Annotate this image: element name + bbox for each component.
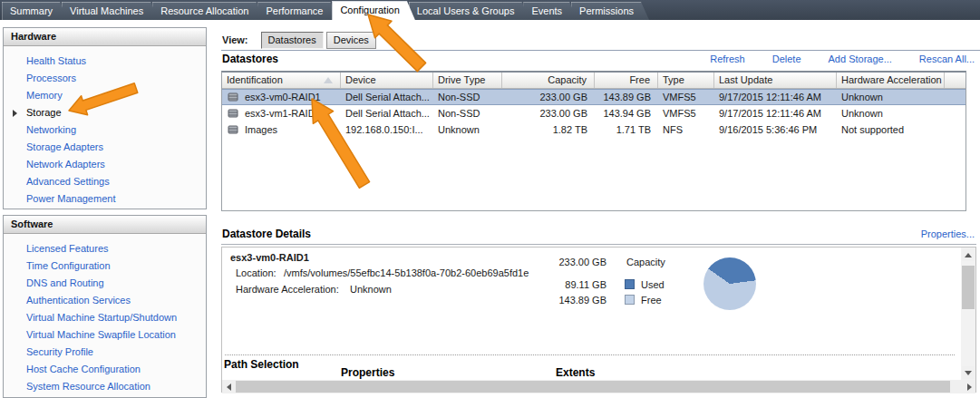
hardware-panel-title: Hardware (4, 28, 206, 46)
sidebar-item-memory[interactable]: Memory (26, 87, 206, 104)
path-selection-heading: Path Selection (224, 358, 299, 371)
used-label: Used (641, 279, 665, 290)
selected-marker-icon (13, 110, 17, 117)
view-toggle-bar: View: Datastores Devices (222, 30, 379, 50)
horizontal-scroll-thumb[interactable] (236, 381, 950, 393)
cell-device: Dell Serial Attach... (341, 92, 433, 102)
sidebar-item-authentication-services[interactable]: Authentication Services (26, 292, 206, 309)
sidebar-item-advanced-settings[interactable]: Advanced Settings (26, 173, 206, 190)
sidebar-item-health-status[interactable]: Health Status (26, 53, 206, 70)
tab-configuration[interactable]: Configuration (332, 1, 414, 20)
sidebar-item-storage[interactable]: Storage (26, 104, 206, 121)
cell-identification: Images (222, 124, 341, 135)
sidebar-item-security-profile[interactable]: Security Profile (26, 344, 206, 361)
vertical-scroll-thumb[interactable] (962, 266, 975, 309)
table-row-images[interactable]: Images 192.168.0.150:I... Unknown 1.82 T… (222, 121, 965, 138)
extents-heading: Extents (556, 366, 595, 379)
column-header-type[interactable]: Type (658, 73, 714, 88)
sidebar-item-licensed-features[interactable]: Licensed Features (26, 240, 206, 257)
column-header-device[interactable]: Device (341, 73, 433, 88)
capacity-pie-chart (703, 257, 756, 310)
sidebar-item-time-configuration[interactable]: Time Configuration (26, 257, 206, 275)
divider (221, 50, 980, 51)
cell-last-update: 9/17/2015 12:11:46 AM (714, 92, 837, 102)
cell-identification: esx3-vm0-RAID1 (222, 92, 341, 102)
divider (221, 244, 976, 246)
column-header-free[interactable]: Free (595, 73, 658, 88)
scroll-down-button[interactable] (962, 366, 975, 379)
tab-events[interactable]: Events (523, 2, 577, 20)
delete-link[interactable]: Delete (772, 53, 801, 64)
free-legend-swatch (625, 295, 635, 305)
tab-resource-allocation[interactable]: Resource Allocation (152, 2, 264, 20)
hardware-acceleration-value: Unknown (350, 284, 392, 295)
properties-link[interactable]: Properties... (921, 228, 975, 239)
column-header-identification-label: Identification (227, 74, 283, 85)
sidebar-item-storage-label: Storage (26, 107, 62, 118)
view-button-devices[interactable]: Devices (326, 32, 376, 49)
view-button-datastores[interactable]: Datastores (261, 32, 324, 49)
sidebar-item-dns-and-routing[interactable]: DNS and Routing (26, 275, 206, 292)
left-arrow-icon (227, 383, 231, 391)
cell-hardware-acceleration: Not supported (837, 124, 945, 135)
scroll-left-button[interactable] (222, 381, 235, 393)
cell-last-update: 9/17/2015 12:11:46 AM (714, 108, 837, 119)
scroll-up-button[interactable] (962, 248, 975, 261)
datastore-icon (228, 124, 238, 135)
datastore-details-title: Datastore Details (222, 228, 311, 240)
datastores-section-title: Datastores (222, 53, 278, 65)
column-header-hardware-acceleration[interactable]: Hardware Acceleration (837, 73, 945, 88)
scroll-right-button[interactable] (963, 381, 975, 393)
sidebar-item-host-cache-configuration[interactable]: Host Cache Configuration (26, 361, 206, 378)
up-arrow-icon (965, 253, 972, 257)
tab-summary[interactable]: Summary (2, 2, 68, 20)
datastore-details-panel: esx3-vm0-RAID1 Location: /vmfs/volumes/5… (221, 247, 976, 393)
cell-identification: esx3-vm1-RAID1 (222, 108, 341, 119)
table-header-row: Identification Device Drive Type Capacit… (222, 73, 965, 89)
cell-free: 143.89 GB (595, 92, 658, 102)
vertical-scrollbar[interactable] (961, 248, 975, 380)
table-row-esx3-vm0-raid1[interactable]: esx3-vm0-RAID1 Dell Serial Attach... Non… (222, 89, 965, 105)
rescan-all-link[interactable]: Rescan All... (919, 53, 975, 64)
used-value: 89.11 GB (529, 279, 606, 290)
software-panel-title: Software (4, 216, 206, 234)
tab-permissions[interactable]: Permissions (571, 2, 649, 20)
hardware-panel: Hardware Health Status Processors Memory… (3, 27, 207, 209)
cell-type: NFS (658, 124, 714, 135)
cell-hardware-acceleration: Unknown (837, 92, 945, 102)
location-value: /vmfs/volumes/55efbc14-5b138f0a-70b2-60e… (284, 267, 529, 278)
tab-performance[interactable]: Performance (257, 2, 338, 20)
sidebar-item-vm-startup-shutdown[interactable]: Virtual Machine Startup/Shutdown (26, 309, 206, 326)
sidebar-item-processors[interactable]: Processors (26, 70, 206, 87)
column-header-identification[interactable]: Identification (222, 73, 341, 88)
column-header-capacity[interactable]: Capacity (502, 73, 595, 88)
column-header-last-update[interactable]: Last Update (714, 73, 837, 88)
column-header-drive-type[interactable]: Drive Type (433, 73, 502, 88)
cell-drive-type: Non-SSD (433, 92, 502, 102)
cell-drive-type: Non-SSD (433, 108, 502, 119)
sidebar-item-storage-adapters[interactable]: Storage Adapters (26, 139, 206, 156)
divider (225, 354, 955, 355)
datastore-name: esx3-vm0-RAID1 (245, 92, 321, 102)
add-storage-link[interactable]: Add Storage... (829, 53, 892, 64)
datastore-icon (228, 108, 238, 119)
sidebar-item-system-resource-allocation[interactable]: System Resource Allocation (26, 378, 206, 395)
datastores-table: Identification Device Drive Type Capacit… (221, 71, 966, 211)
refresh-link[interactable]: Refresh (710, 53, 745, 64)
right-arrow-icon (967, 383, 972, 391)
tab-virtual-machines[interactable]: Virtual Machines (62, 2, 159, 20)
cell-capacity: 1.82 TB (502, 124, 595, 135)
cell-type: VMFS5 (658, 92, 714, 102)
sidebar-item-vm-swapfile-location[interactable]: Virtual Machine Swapfile Location (26, 326, 206, 344)
horizontal-scrollbar[interactable] (222, 380, 975, 393)
table-row-esx3-vm1-raid1[interactable]: esx3-vm1-RAID1 Dell Serial Attach... Non… (222, 105, 965, 121)
cell-last-update: 9/16/2015 5:36:46 PM (714, 124, 837, 135)
datastore-name: Images (245, 124, 277, 135)
capacity-value: 233.00 GB (529, 257, 606, 267)
sidebar-item-networking[interactable]: Networking (26, 121, 206, 139)
detail-datastore-name: esx3-vm0-RAID1 (230, 252, 309, 263)
cell-hardware-acceleration: Unknown (837, 108, 945, 119)
sidebar-item-network-adapters[interactable]: Network Adapters (26, 156, 206, 173)
tab-local-users-groups[interactable]: Local Users & Groups (409, 2, 530, 20)
sidebar-item-power-management[interactable]: Power Management (26, 190, 206, 208)
